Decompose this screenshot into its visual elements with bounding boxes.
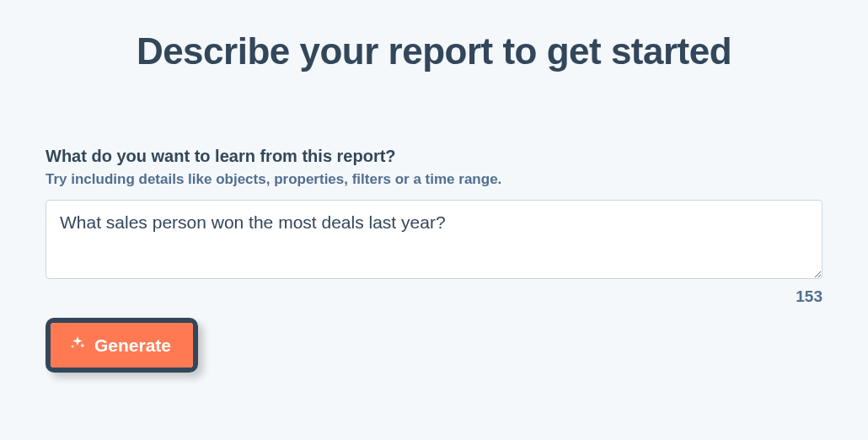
prompt-section: What do you want to learn from this repo… [46, 147, 822, 373]
generate-button[interactable]: Generate [51, 323, 193, 368]
page-title: Describe your report to get started [46, 30, 822, 72]
generate-button-label: Generate [94, 335, 171, 356]
report-prompt-container: Describe your report to get started What… [0, 30, 868, 373]
sparkle-icon [69, 335, 86, 356]
prompt-textarea[interactable] [46, 200, 822, 279]
prompt-hint: Try including details like objects, prop… [46, 171, 822, 188]
generate-button-highlight: Generate [46, 318, 198, 373]
prompt-label: What do you want to learn from this repo… [46, 147, 822, 166]
character-count: 153 [46, 287, 822, 306]
